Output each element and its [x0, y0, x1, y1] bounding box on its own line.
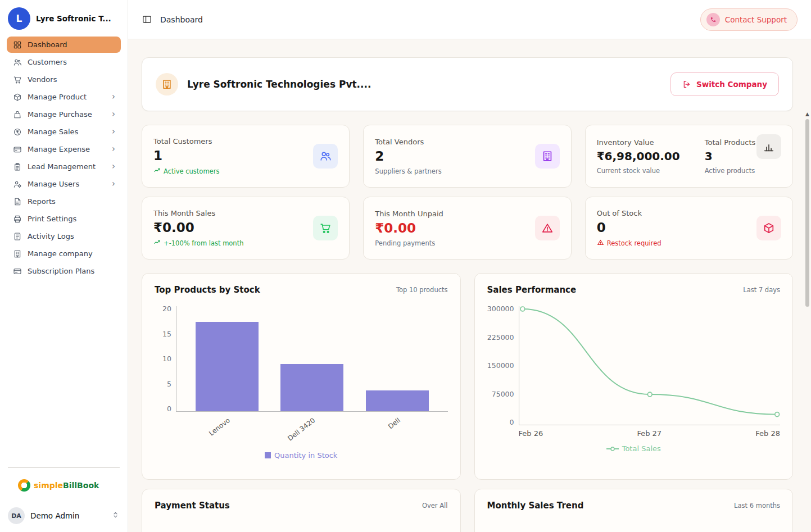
- simplebillbook-logo-icon: [18, 479, 30, 492]
- sales-performance-card: Sales Performance Last 7 days 3000002250…: [474, 273, 794, 480]
- sidebar-item-label: Vendors: [28, 75, 115, 84]
- scroll-up-arrow[interactable]: ▲: [805, 112, 809, 117]
- user-menu[interactable]: DA Demo Admin: [8, 507, 120, 524]
- sidebar-item-label: Manage Product: [28, 93, 106, 101]
- sidebar-item-label: Subscription Plans: [28, 267, 115, 275]
- stat-title: Inventory Value: [597, 138, 680, 147]
- stat-value: ₹0.00: [375, 221, 443, 235]
- sidebar-nav: DashboardCustomersVendorsManage Product›…: [0, 35, 128, 467]
- bar-chart-icon: [756, 134, 781, 159]
- building-icon: [12, 249, 22, 258]
- sidebar-toggle-icon[interactable]: [142, 14, 152, 25]
- activity-icon: [12, 231, 22, 241]
- line-plot-area[interactable]: [519, 306, 781, 425]
- company-name: Lyre Softronic T...: [36, 14, 111, 23]
- bag-icon: [12, 110, 22, 119]
- dashboard-content: Lyre Softronic Technologies Pvt.... Swit…: [128, 39, 811, 532]
- logout-icon: [682, 80, 691, 89]
- sidebar-item-manage-sales[interactable]: Manage Sales›: [7, 124, 121, 140]
- sidebar-item-subscription-plans[interactable]: Subscription Plans: [7, 263, 121, 279]
- report-icon: [12, 197, 22, 206]
- charts-row: Top Products by Stock Top 10 products 20…: [142, 273, 793, 480]
- sales-line: [519, 306, 781, 425]
- sidebar-item-manage-expense[interactable]: Manage Expense›: [7, 141, 121, 157]
- divider: [8, 467, 120, 468]
- x-axis-label: Feb 27: [637, 429, 662, 438]
- stat-title: Total Products: [705, 138, 756, 147]
- y-axis-tick: 0: [510, 420, 514, 425]
- sidebar-item-manage-company[interactable]: Manage company: [7, 245, 121, 262]
- line-chart[interactable]: 300000225000150000750000Feb 26Feb 27Feb …: [487, 295, 781, 438]
- stat-value: 1: [153, 148, 219, 163]
- trend-up-icon: [153, 239, 161, 248]
- contact-support-label: Contact Support: [725, 15, 787, 24]
- sidebar-item-label: Manage Purchase: [28, 110, 106, 119]
- warning-icon: [535, 216, 560, 240]
- phone-icon: [706, 13, 720, 26]
- bar-dell[interactable]: [366, 390, 429, 411]
- bar-lenovo[interactable]: [196, 322, 259, 411]
- topbar: Dashboard Contact Support: [128, 0, 811, 39]
- sidebar-item-vendors[interactable]: Vendors: [7, 71, 121, 88]
- sidebar-item-customers[interactable]: Customers: [7, 54, 121, 70]
- data-point-feb-28[interactable]: [774, 412, 779, 417]
- sidebar-item-dashboard[interactable]: Dashboard: [7, 37, 121, 53]
- bar-dell-3420[interactable]: [280, 364, 343, 411]
- sidebar-company-selector[interactable]: L Lyre Softronic T...: [0, 0, 128, 35]
- x-axis: Feb 26Feb 27Feb 28: [519, 425, 781, 438]
- sidebar-item-manage-purchase[interactable]: Manage Purchase›: [7, 106, 121, 122]
- coin-icon: [12, 127, 22, 137]
- data-point-feb-27[interactable]: [647, 392, 652, 397]
- sidebar-item-label: Reports: [28, 197, 115, 206]
- sidebar-item-reports[interactable]: Reports: [7, 193, 121, 210]
- stat-title: This Month Unpaid: [375, 210, 443, 218]
- stat-subtitle: Current stock value: [597, 167, 680, 175]
- sidebar-item-label: Manage company: [28, 249, 115, 258]
- stat-subtitle: Restock required: [597, 239, 662, 248]
- x-axis-label: Feb 28: [755, 429, 780, 438]
- stats-grid: Total Customers1Active customersTotal Ve…: [142, 125, 793, 260]
- y-axis-tick: 5: [167, 381, 171, 387]
- stat-value: 0: [597, 220, 662, 235]
- stat-subtitle: Suppliers & partners: [375, 167, 441, 175]
- sidebar-item-label: Manage Users: [28, 180, 106, 188]
- stat-card-this-month-sales: This Month Sales₹0.00+-100% from last mo…: [142, 197, 350, 260]
- sidebar-item-manage-product[interactable]: Manage Product›: [7, 89, 121, 105]
- stat-card-out-of-stock: Out of Stock0Restock required: [585, 197, 793, 260]
- brand-logo: simpleBillBook: [8, 479, 120, 492]
- y-axis-tick: 75000: [492, 392, 514, 397]
- sidebar-item-lead-management[interactable]: Lead Management›: [7, 158, 121, 175]
- y-axis-tick: 10: [162, 356, 171, 362]
- x-axis-label: Feb 26: [519, 429, 543, 438]
- switch-company-label: Switch Company: [696, 80, 767, 89]
- scrollbar-thumb[interactable]: [805, 119, 809, 307]
- box-icon: [756, 216, 781, 240]
- y-axis-tick: 300000: [487, 306, 514, 312]
- payment-status-card: Payment Status Over All: [142, 489, 461, 532]
- sidebar-item-print-settings[interactable]: Print Settings: [7, 211, 121, 227]
- stat-title: Total Vendors: [375, 138, 441, 146]
- users-icon: [12, 57, 22, 67]
- chart-badge: Last 7 days: [743, 286, 780, 294]
- data-point-feb-26[interactable]: [520, 307, 524, 311]
- contact-support-button[interactable]: Contact Support: [700, 8, 798, 31]
- switch-company-button[interactable]: Switch Company: [670, 72, 779, 96]
- credit-card-icon: [12, 144, 22, 154]
- chart-badge: Top 10 products: [396, 286, 448, 294]
- bar-plot-area[interactable]: [176, 306, 448, 412]
- company-avatar: L: [8, 7, 30, 30]
- sidebar-item-manage-users[interactable]: Manage Users›: [7, 176, 121, 192]
- building-icon: [535, 144, 560, 169]
- legend-label: Total Sales: [622, 444, 661, 453]
- chevrons-up-down-icon: [111, 511, 120, 521]
- sidebar-item-activity-logs[interactable]: Activity Logs: [7, 228, 121, 244]
- legend-label: Quantity in Stock: [274, 451, 337, 460]
- subscription-icon: [12, 266, 22, 276]
- bar-chart[interactable]: 20151050LenovoDell 3420Dell: [155, 295, 448, 444]
- sidebar: L Lyre Softronic T... DashboardCustomers…: [0, 0, 128, 532]
- x-axis-label: Dell 3420: [286, 416, 316, 443]
- chevron-right-icon: ›: [112, 162, 115, 171]
- sidebar-item-label: Print Settings: [28, 215, 115, 223]
- line-chart-legend: Total Sales: [487, 444, 781, 453]
- stat-value: ₹6,98,000.00: [597, 149, 680, 163]
